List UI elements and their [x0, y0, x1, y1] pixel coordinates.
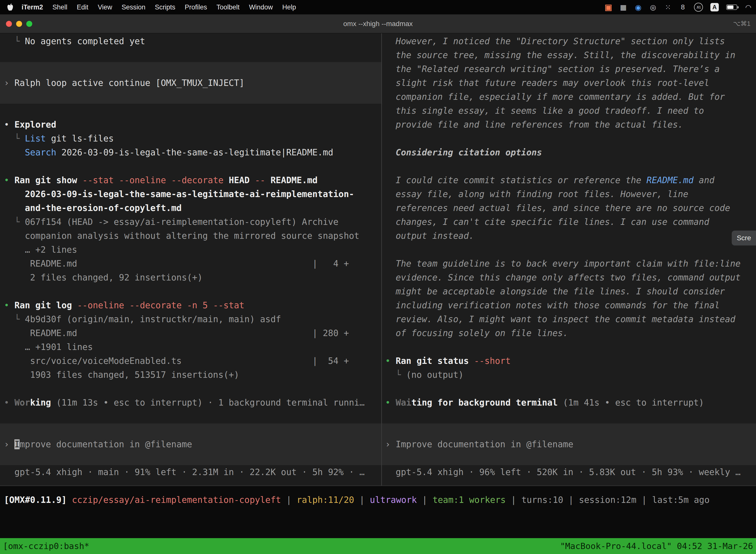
- terminal-line: └ 067f154 (HEAD -> essay/ai-reimplementa…: [0, 215, 381, 229]
- prompt-input-line[interactable]: › Improve documentation in @filename: [0, 437, 381, 451]
- terminal-line: • Ran git log --oneline --decorate -n 5 …: [0, 298, 381, 312]
- terminal-line: the source tree, missing the essay. Stil…: [382, 48, 756, 62]
- terminal-line: [0, 159, 381, 173]
- terminal-line: including verification notes with those …: [382, 298, 756, 312]
- terminal-line: and-the-erosion-of-copyleft.md: [0, 201, 381, 215]
- terminal-line: └ No agents completed yet: [0, 34, 381, 48]
- terminal-line: The team guideline is to back every impo…: [382, 257, 756, 271]
- terminal-pane-left[interactable]: └ No agents completed yet› Ralph loop ac…: [0, 33, 381, 486]
- menu-items: iTerm2ShellEditViewSessionScriptsProfile…: [17, 3, 301, 11]
- terminal-line: [0, 382, 381, 396]
- terminal-line: the "Related research writing" section i…: [382, 62, 756, 76]
- gauge-icon[interactable]: .61: [694, 3, 703, 12]
- terminal-line: companion file, especially if more comme…: [382, 90, 756, 104]
- prompt-input-line[interactable]: [382, 451, 756, 465]
- prompt-input-line[interactable]: [0, 451, 381, 465]
- terminal-line: README.md | 4 +: [0, 257, 381, 271]
- menubar-left: iTerm2ShellEditViewSessionScriptsProfile…: [0, 3, 301, 11]
- terminal-line: [382, 340, 756, 354]
- menu-item-window[interactable]: Window: [244, 3, 277, 11]
- menu-item-scripts[interactable]: Scripts: [150, 3, 180, 11]
- terminal-line: [0, 62, 381, 76]
- apple-menu-icon[interactable]: [7, 3, 13, 11]
- terminal-line: [382, 409, 756, 424]
- terminal-line: might be acceptable alongside the file l…: [382, 284, 756, 298]
- menu-item-help[interactable]: Help: [277, 3, 301, 11]
- window-title: omx --xhigh --madmax: [0, 20, 756, 28]
- menu-item-session[interactable]: Session: [117, 3, 150, 11]
- wifi-icon[interactable]: ◠: [745, 2, 752, 12]
- terminal-line: this single essay, it seems like a good …: [382, 104, 756, 118]
- battery-icon[interactable]: [726, 4, 737, 10]
- terminal-line: • Working (11m 13s • esc to interrupt) ·…: [0, 396, 381, 409]
- terminal-line: [382, 243, 756, 257]
- terminal-line: evidence. Since this change only affects…: [382, 271, 756, 284]
- terminal-line: … +1901 lines: [0, 340, 381, 354]
- terminal-line: Search 2026-03-09-is-legal-the-same-as-l…: [0, 146, 381, 159]
- tmux-status-bar: [omx-cczip0:bash* "MacBook-Pro-44.local"…: [0, 538, 756, 554]
- terminal-line: └ 4b9d30f (origin/main, instructkr/main,…: [0, 312, 381, 326]
- terminal-line: references need actual files, and since …: [382, 201, 756, 215]
- terminal-line: provide file and line references from th…: [382, 118, 756, 131]
- terminal-line: review. Also, I might want to inspect th…: [382, 312, 756, 326]
- menu-item-iterm2[interactable]: iTerm2: [17, 3, 48, 11]
- terminal-line: essay file, along with finding root file…: [382, 187, 756, 201]
- screen-recording-icon[interactable]: ▣: [605, 2, 612, 12]
- terminal-area: └ No agents completed yet› Ralph loop ac…: [0, 33, 756, 486]
- terminal-line: • Waiting for background terminal (1m 41…: [382, 396, 756, 409]
- prompt-input-line[interactable]: [0, 424, 381, 437]
- terminal-line: • Ran git show --stat --oneline --decora…: [0, 173, 381, 187]
- terminal-line: • Explored: [0, 118, 381, 131]
- screen-overlay-pill[interactable]: Scre: [732, 231, 756, 245]
- terminal-line: 2026-03-09-is-legal-the-same-as-legitima…: [0, 187, 381, 201]
- blue-app-icon[interactable]: ◉: [634, 2, 642, 12]
- terminal-line: src/voice/voiceModeEnabled.ts | 54 +: [0, 354, 381, 368]
- terminal-line: [382, 382, 756, 396]
- terminal-line: gpt-5.4 xhigh · main · 91% left · 2.31M …: [0, 465, 381, 479]
- terminal-line: 2 files changed, 92 insertions(+): [0, 271, 381, 284]
- terminal-line: I could cite commit statistics or refere…: [382, 173, 756, 187]
- terminal-line: gpt-5.4 xhigh · 96% left · 520K in · 5.8…: [382, 465, 756, 479]
- terminal-line: [0, 284, 381, 298]
- terminal-line: [0, 409, 381, 424]
- omx-status-line: [OMX#0.11.9] cczip/essay/ai-reimplementa…: [4, 493, 710, 507]
- terminal-line: companion analysis without altering the …: [0, 229, 381, 243]
- macos-menubar: iTerm2ShellEditViewSessionScriptsProfile…: [0, 0, 756, 14]
- terminal-line: • Ran git status --short: [382, 354, 756, 368]
- window-titlebar: omx --xhigh --madmax ⌥⌘1: [0, 14, 756, 33]
- prompt-input-line[interactable]: [382, 424, 756, 437]
- terminal-line: 1903 files changed, 513517 insertions(+): [0, 368, 381, 382]
- terminal-line: Considering citation options: [382, 146, 756, 159]
- terminal-line: However, I noticed the "Directory Struct…: [382, 34, 756, 48]
- terminal-line: [0, 90, 381, 104]
- menu-item-shell[interactable]: Shell: [48, 3, 72, 11]
- terminal-line: └ List git ls-files: [0, 131, 381, 146]
- prompt-input-line[interactable]: › Improve documentation in @filename: [382, 437, 756, 451]
- menu-item-view[interactable]: View: [93, 3, 117, 11]
- terminal-line: [382, 159, 756, 173]
- window-shortcut-badge: ⌥⌘1: [733, 20, 751, 27]
- terminal-line: [0, 104, 381, 118]
- terminal-line: changes, I can't cite specific file line…: [382, 215, 756, 229]
- terminal-pane-right[interactable]: However, I noticed the "Directory Struct…: [382, 33, 756, 486]
- dots-grid-icon[interactable]: ⁙: [664, 2, 672, 12]
- menu-item-toolbelt[interactable]: Toolbelt: [212, 3, 244, 11]
- terminal-line: [0, 48, 381, 62]
- menu-item-edit[interactable]: Edit: [72, 3, 93, 11]
- tmux-session-label: [omx-cczip0:bash*: [3, 541, 89, 551]
- terminal-line: └ (no output): [382, 368, 756, 382]
- terminal-line: … +2 lines: [0, 243, 381, 257]
- terminal-line: slight risk that future readers may over…: [382, 76, 756, 90]
- figure-eight-icon[interactable]: 8: [679, 2, 687, 12]
- dark-app-icon[interactable]: ◎: [649, 2, 657, 12]
- input-source-icon[interactable]: A: [710, 3, 719, 11]
- terminal-line: › Ralph loop active continue [OMX_TMUX_I…: [0, 76, 381, 90]
- terminal-line: of focusing solely on file lines.: [382, 326, 756, 340]
- terminal-line: [382, 131, 756, 146]
- tmux-host-clock: "MacBook-Pro-44.local" 04:52 31-Mar-26: [560, 541, 753, 551]
- menubar-status-icons: ▣▦◉◎⁙8.61A◠: [605, 2, 756, 12]
- menu-item-profiles[interactable]: Profiles: [180, 3, 212, 11]
- terminal-line: output instead.: [382, 229, 756, 243]
- window-grid-icon[interactable]: ▦: [620, 2, 627, 12]
- terminal-line: README.md | 280 +: [0, 326, 381, 340]
